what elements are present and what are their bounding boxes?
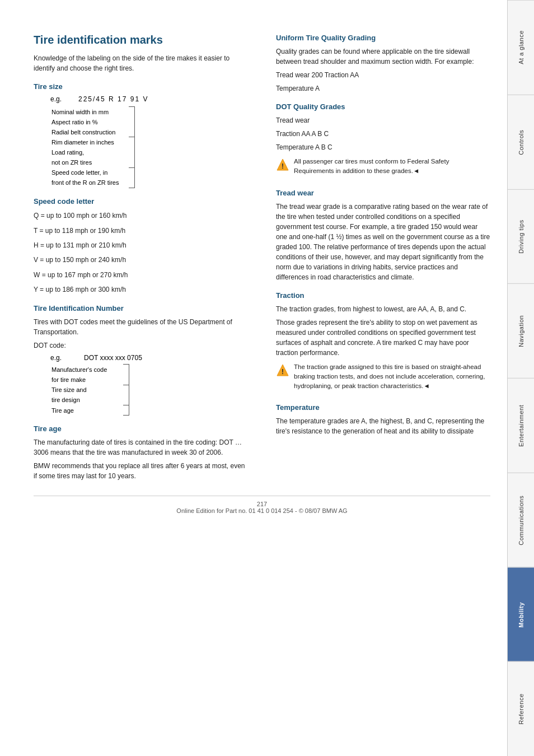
- tire-eg-row: e.g. 225/45 R 17 91 V: [50, 95, 248, 103]
- sidebar-tab-navigation[interactable]: Navigation: [508, 283, 534, 378]
- two-col-layout: Tire identification marks Knowledge of t…: [34, 34, 490, 484]
- sidebar-tab-driving-tips[interactable]: Driving tips: [508, 189, 534, 284]
- dot-label-mfr1: Manufacturer's code: [50, 365, 123, 375]
- tire-label-load1: Load rating,: [50, 147, 129, 157]
- page-title: Tire identification marks: [34, 34, 248, 46]
- col-right: Uniform Tire Quality Grading Quality gra…: [270, 34, 490, 484]
- svg-text:!: !: [282, 162, 284, 170]
- traction-para1: The traction grades, from highest to low…: [276, 304, 490, 314]
- page-number: 217: [257, 501, 267, 507]
- speed-item-t: T = up to 118 mph or 190 km/h: [34, 225, 248, 236]
- uniform-tire-heading: Uniform Tire Quality Grading: [276, 34, 490, 42]
- main-content: Tire identification marks Knowledge of t…: [0, 0, 507, 756]
- tire-age-para1: The manufacturing date of tires is conta…: [34, 437, 248, 458]
- tire-label-rim: Rim diameter in inches: [50, 137, 129, 147]
- dot-quality-heading: DOT Quality Grades: [276, 102, 490, 111]
- dot-label: DOT code:: [34, 340, 248, 351]
- sidebar-tab-entertainment[interactable]: Entertainment: [508, 378, 534, 473]
- traction-heading: Traction: [276, 291, 490, 300]
- tire-label-speed1: Speed code letter, in: [50, 167, 129, 178]
- page-footer: 217 Online Edition for Part no. 01 41 0 …: [34, 496, 490, 514]
- dot-label-age: Tire age: [50, 405, 123, 416]
- tire-id-heading: Tire Identification Number: [34, 304, 248, 312]
- dot-eg-label: e.g.: [50, 354, 78, 362]
- sidebar-tab-reference[interactable]: Reference: [508, 661, 534, 756]
- speed-item-y: Y = up to 186 mph or 300 km/h: [34, 284, 248, 295]
- traction-warning-text: The traction grade assigned to this tire…: [294, 362, 490, 391]
- speed-code-heading: Speed code letter: [34, 197, 248, 206]
- dot-quality-line2: Traction AA A B C: [276, 129, 490, 139]
- speed-item-w: W = up to 167 mph or 270 km/h: [34, 269, 248, 281]
- speed-items: Q = up to 100 mph or 160 km/h T = up to …: [34, 210, 248, 295]
- uniform-tire-example2: Temperature A: [276, 83, 490, 94]
- svg-text:!: !: [282, 367, 284, 376]
- tire-size-diagram: e.g. 225/45 R 17 91 V Nominal width in m…: [50, 95, 248, 188]
- dot-quality-warning-text: All passenger car tires must conform to …: [294, 157, 490, 176]
- warning-icon-2: !: [276, 363, 289, 377]
- dot-label-size2: tire design: [50, 395, 123, 405]
- tire-label-speed2: front of the R on ZR tires: [50, 178, 129, 188]
- traction-para2: Those grades represent the tire's abilit…: [276, 318, 490, 358]
- dot-quality-line3: Temperature A B C: [276, 142, 490, 152]
- uniform-tire-para1: Quality grades can be found where applic…: [276, 46, 490, 67]
- speed-item-v: V = up to 150 mph or 240 km/h: [34, 254, 248, 265]
- dot-eg-row: e.g. DOT xxxx xxx 0705: [50, 354, 248, 362]
- dot-table: Manufacturer's code for tire make Tire s…: [50, 364, 129, 416]
- tire-label-radial: Radial belt construction: [50, 127, 129, 137]
- dot-label-size1: Tire size and: [50, 385, 123, 395]
- dot-quality-line1: Tread wear: [276, 115, 490, 125]
- tire-id-para1: Tires with DOT codes meet the guidelines…: [34, 317, 248, 337]
- tire-label-load2: not on ZR tires: [50, 157, 129, 167]
- sidebar: At a glance Controls Driving tips Naviga…: [507, 0, 534, 756]
- tread-wear-para: The tread wear grade is a comparative ra…: [276, 202, 490, 282]
- bracket-radial: [129, 127, 134, 137]
- col-left: Tire identification marks Knowledge of t…: [34, 34, 254, 484]
- speed-item-h: H = up to 131 mph or 210 km/h: [34, 240, 248, 251]
- bracket-aspect: [129, 117, 134, 127]
- bracket-nominal: [129, 107, 134, 117]
- temperature-para: The temperature grades are A, the highes…: [276, 416, 490, 436]
- page-container: Tire identification marks Knowledge of t…: [0, 0, 534, 756]
- dot-quality-warning-box: ! All passenger car tires must conform t…: [276, 157, 490, 180]
- sidebar-tab-controls[interactable]: Controls: [508, 95, 534, 189]
- sidebar-tab-at-a-glance[interactable]: At a glance: [508, 0, 534, 95]
- tire-label-nominal: Nominal width in mm: [50, 107, 129, 117]
- dot-diagram: e.g. DOT xxxx xxx 0705 Manufacturer's co…: [50, 354, 248, 416]
- tire-size-table: Nominal width in mm Aspect ratio in % Ra…: [50, 106, 137, 188]
- bracket-size: [123, 385, 129, 405]
- sidebar-tab-mobility[interactable]: Mobility: [508, 567, 534, 662]
- dot-label-mfr2: for tire make: [50, 375, 123, 385]
- dot-eg-value: DOT xxxx xxx 0705: [84, 354, 142, 362]
- intro-text: Knowledge of the labeling on the side of…: [34, 53, 248, 73]
- uniform-tire-example1: Tread wear 200 Traction AA: [276, 70, 490, 80]
- tread-wear-heading: Tread wear: [276, 189, 490, 197]
- temperature-heading: Temperature: [276, 403, 490, 412]
- footer-text: Online Edition for Part no. 01 41 0 014 …: [176, 507, 347, 514]
- bracket-rim: [129, 137, 134, 167]
- tire-age-para2: BMW recommends that you replace all tire…: [34, 461, 248, 481]
- tire-eg-label: e.g.: [50, 95, 78, 103]
- traction-warning-box: ! The traction grade assigned to this ti…: [276, 362, 490, 395]
- tire-size-heading: Tire size: [34, 82, 248, 91]
- tire-label-aspect: Aspect ratio in %: [50, 117, 129, 127]
- bracket-mfr: [123, 365, 129, 385]
- bracket-age: [123, 405, 129, 416]
- bracket-speed: [129, 167, 134, 188]
- sidebar-tab-communications[interactable]: Communications: [508, 473, 534, 567]
- tire-eg-value: 225/45 R 17 91 V: [78, 95, 148, 103]
- tire-age-heading: Tire age: [34, 424, 248, 433]
- speed-item-q: Q = up to 100 mph or 160 km/h: [34, 210, 248, 221]
- warning-icon-1: !: [276, 158, 289, 171]
